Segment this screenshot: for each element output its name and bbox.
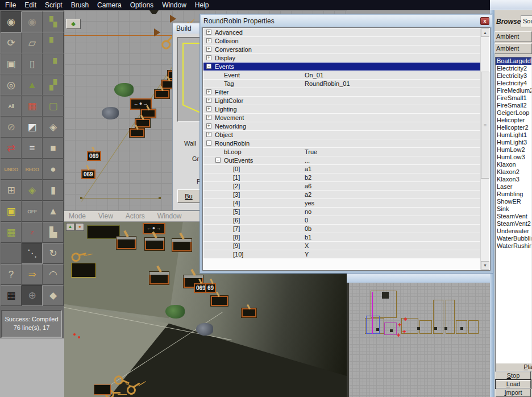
expand-icon[interactable]: + [206,30,211,35]
vertex-spread-icon[interactable]: ⊞ [1,180,22,201]
close-icon[interactable]: x [480,17,489,25]
brush-handle[interactable] [159,197,161,199]
menu-camera[interactable]: Camera [97,1,122,10]
sound-item-electricity3[interactable]: Electricity3 [496,72,531,80]
viewport-menu-view[interactable]: View [98,212,113,220]
menu-options[interactable]: Options [130,1,153,10]
actor-dot-sprite[interactable] [376,328,379,331]
actor-dot-sprite[interactable] [390,329,393,332]
sound-item-helicopter2[interactable]: Helicopter2 [496,124,531,131]
menu-window[interactable]: Window [162,1,186,10]
sound-item-shower[interactable]: ShowER [496,198,531,205]
prop-row-i3i[interactable]: [3]a2 [203,191,480,199]
z-clip-icon[interactable]: Z [22,222,43,243]
prop-row-i5i[interactable]: [5]no [203,208,480,216]
prop-row-i0i[interactable]: [0]a1 [203,165,480,173]
camera-zoom-icon[interactable]: ◉ [22,11,43,32]
flag-actor-sprite[interactable] [170,15,176,23]
sound-item-humlight3[interactable]: HumLight3 [496,139,531,146]
trigger-box-sprite[interactable] [135,119,150,127]
group-dropdown[interactable]: Ambient [494,43,532,54]
load-button[interactable]: Load [496,380,531,388]
switch-069-sprite[interactable]: 069 [81,169,95,179]
prop-row-lightcolor[interactable]: +LightColor [203,97,480,105]
sheet-rotate-icon[interactable]: ◈ [22,180,43,201]
prop-row-roundrobin[interactable]: -RoundRobin [203,139,480,148]
prop-value[interactable]: 0b [305,225,311,233]
prop-value[interactable]: b2 [305,173,311,181]
sound-item-humlow3[interactable]: HumLow3 [496,154,531,161]
tab-browse[interactable]: Browse [496,18,521,26]
camera-move-icon[interactable]: ◉ [1,11,22,32]
stairs-primitive-icon[interactable]: ▙ [43,222,64,243]
sound-item-waterbubbling[interactable]: WaterBubbling [496,235,531,242]
import-button[interactable]: Import [496,388,531,397]
actor-dot-sprite[interactable] [444,327,447,330]
prop-row-object[interactable]: +Object [203,131,480,139]
sound-item-boatlargeidle[interactable]: BoatLargeIdle [496,57,531,65]
sound-item-laser[interactable]: Laser [496,183,531,191]
actor-dot-sprite[interactable] [460,327,463,330]
viewport-side-2d[interactable]: ✚ ✚ ✚ ✚ [347,283,490,397]
expand-icon[interactable]: + [206,89,211,94]
prop-row-event[interactable]: EventOn_01 [203,71,480,80]
prop-row-tag[interactable]: TagRoundRobin_01 [203,80,480,88]
sound-item-helicopter[interactable]: Helicopter [496,117,531,124]
prop-row-bloop[interactable]: bLoopTrue [203,148,480,156]
select-all-icon[interactable]: All [1,96,22,117]
sound-item-electricity2[interactable]: Electricity2 [496,65,531,72]
scroll-down-icon[interactable]: ▼ [481,261,489,270]
zone-portal-icon[interactable]: ▦ [1,222,22,243]
prop-row-display[interactable]: +Display [203,54,480,63]
csg-add-subtract-icon[interactable]: ▚ [43,11,64,32]
expand-icon[interactable]: + [206,47,211,52]
actor-dot-sprite[interactable] [417,327,420,330]
trigger-box-sprite[interactable] [155,90,169,98]
vertex-marker[interactable] [78,336,80,338]
grid-icon[interactable]: ▦ [1,285,22,306]
prop-value[interactable]: yes [305,199,314,207]
curved-stairs-icon[interactable]: ◠ [43,264,64,285]
select-zone-icon[interactable]: ▣ [1,201,22,222]
foliage-sprite[interactable] [165,305,185,319]
prop-value[interactable]: a1 [305,165,311,173]
prop-value[interactable]: RoundRobin_01 [305,80,350,88]
brush-sheer-icon[interactable]: ▱ [22,32,43,53]
prop-value[interactable]: b1 [305,233,311,241]
collapse-icon[interactable]: - [215,158,221,163]
sheet-primitive-icon[interactable]: ◆ [43,285,64,306]
foliage-sprite[interactable] [114,83,134,97]
prop-row-networking[interactable]: +Networking [203,122,480,131]
properties-scrollbar[interactable]: ▲ ≡ ▼ [480,28,489,270]
build-button[interactable]: Bu [177,189,200,203]
sound-item-humlow2[interactable]: HumLow2 [496,146,531,154]
prop-row-movement[interactable]: +Movement [203,114,480,122]
menu-script[interactable]: Script [45,1,63,10]
apply-script-icon[interactable]: ≡ [22,138,43,159]
sound-item-firemedium2[interactable]: FireMedium2 [496,87,531,94]
switch-actor-sprite[interactable] [145,238,164,250]
panel-sprite[interactable] [94,384,111,395]
viewport-menu-window[interactable]: Window [157,212,182,220]
play-button[interactable]: Play [496,363,532,371]
sound-item-humlight1[interactable]: HumLight1 [496,131,531,139]
collapse-icon[interactable]: - [206,64,211,69]
prop-value[interactable]: 0 [305,216,308,224]
actor-tool-button[interactable]: ● [76,223,84,231]
build-dialog-title[interactable]: Build [173,23,201,34]
switch-069-sprite[interactable]: 069 [87,151,101,161]
sound-item-klaxon2[interactable]: Klaxon2 [496,168,531,176]
sound-item-klaxon[interactable]: Klaxon [496,161,531,168]
collapse-icon[interactable]: - [206,140,211,146]
trigger-box-sprite[interactable] [211,296,228,306]
switch-actor-sprite[interactable] [149,272,169,284]
csg-intersect-icon[interactable]: ▞ [43,75,64,96]
sound-item-geigerloop[interactable]: GeigerLoop [496,109,531,117]
terrain-tool-button[interactable]: ▲ [66,223,74,231]
brush-stretch-icon[interactable]: ▯ [22,53,43,75]
spiral-stairs-icon[interactable]: ↻ [43,243,64,264]
prop-row-filter[interactable]: +Filter [203,88,480,97]
expand-icon[interactable]: + [206,38,211,43]
prop-value[interactable]: True [305,148,317,156]
menu-brush[interactable]: Brush [71,1,89,10]
